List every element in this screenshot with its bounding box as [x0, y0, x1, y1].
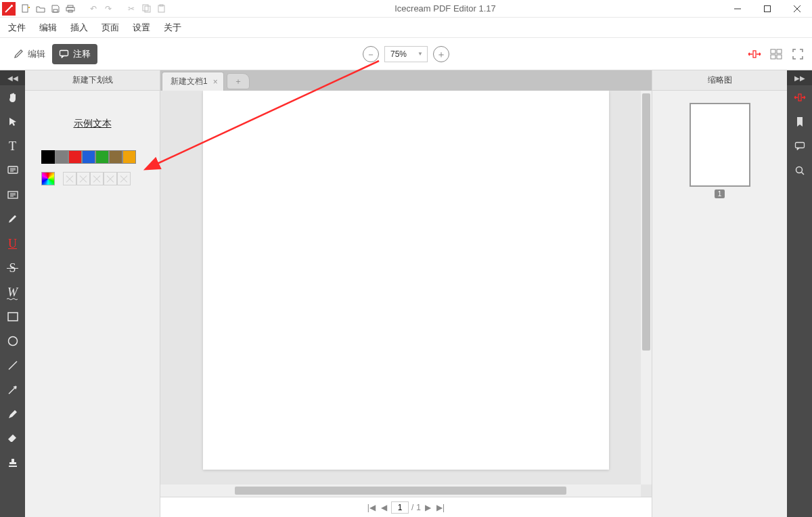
pencil-tool[interactable]: [0, 402, 25, 426]
prev-page-button[interactable]: ◀: [380, 503, 388, 512]
textbox-tool[interactable]: [0, 183, 25, 207]
title-bar: ↶ ↷ ✂ Icecream PDF Editor 1.17: [0, 0, 812, 18]
color-swatch[interactable]: [109, 150, 122, 164]
select-tool[interactable]: [0, 110, 25, 134]
copy-icon[interactable]: [139, 2, 153, 16]
bookmarks-tab[interactable]: [787, 110, 812, 134]
left-tool-rail: ◀◀ T U S W: [0, 70, 25, 517]
open-icon[interactable]: [34, 2, 47, 16]
note-tool[interactable]: [0, 158, 25, 183]
hand-tool[interactable]: [0, 85, 25, 110]
svg-line-35: [801, 173, 804, 175]
maximize-button[interactable]: [752, 0, 782, 18]
annotate-mode-button[interactable]: 注释: [52, 44, 97, 64]
new-tab-button[interactable]: ＋: [227, 73, 250, 89]
empty-color-slot[interactable]: [104, 172, 117, 185]
undo-icon[interactable]: ↶: [87, 2, 100, 16]
document-tab[interactable]: 新建文档1 ×: [162, 72, 224, 91]
print-icon[interactable]: [64, 2, 77, 16]
zoom-in-button[interactable]: ＋: [433, 46, 449, 62]
collapse-right-panel-button[interactable]: ▶▶: [787, 70, 812, 85]
menu-insert[interactable]: 插入: [68, 19, 91, 37]
menu-edit[interactable]: 编辑: [37, 19, 60, 37]
fit-width-icon[interactable]: [747, 47, 762, 62]
collapse-left-panel-button[interactable]: ◀◀: [0, 70, 25, 85]
right-rail: ▶▶: [787, 70, 812, 517]
grid-view-icon[interactable]: [769, 47, 784, 62]
search-tab[interactable]: [787, 158, 812, 183]
last-page-button[interactable]: ▶|: [435, 503, 446, 512]
rectangle-tool[interactable]: [0, 305, 25, 329]
eraser-tool[interactable]: [0, 426, 25, 451]
color-swatch[interactable]: [68, 150, 82, 164]
quick-access-toolbar: ↶ ↷ ✂: [19, 2, 168, 16]
color-swatch[interactable]: [122, 150, 136, 164]
empty-color-slot[interactable]: [76, 172, 90, 185]
empty-color-slot[interactable]: [90, 172, 104, 185]
menu-settings[interactable]: 设置: [130, 19, 153, 37]
color-picker-button[interactable]: [41, 172, 55, 185]
horizontal-scrollbar[interactable]: [160, 485, 641, 497]
color-swatch[interactable]: [55, 150, 68, 164]
zoom-value: 75%: [390, 49, 407, 59]
cut-icon[interactable]: ✂: [125, 2, 138, 16]
thumbnails-tab[interactable]: [787, 85, 812, 110]
svg-rect-33: [795, 143, 804, 148]
zoom-select[interactable]: 75% ▼: [384, 46, 428, 62]
arrow-tool[interactable]: [0, 378, 25, 402]
redo-icon[interactable]: ↷: [102, 2, 115, 16]
first-page-button[interactable]: |◀: [366, 503, 377, 512]
color-swatch[interactable]: [41, 150, 55, 164]
empty-color-slot[interactable]: [117, 172, 131, 185]
document-viewport[interactable]: [160, 91, 652, 497]
recent-colors: [63, 172, 131, 185]
main-area: ◀◀ T U S W 新建下划线 示例文本: [0, 70, 812, 517]
color-swatch-row: [41, 150, 160, 164]
stamp-tool[interactable]: [0, 451, 25, 475]
svg-rect-6: [145, 6, 150, 12]
left-panel-title: 新建下划线: [25, 70, 160, 91]
vertical-scrollbar[interactable]: [641, 91, 652, 485]
svg-line-30: [9, 386, 16, 394]
save-icon[interactable]: [49, 2, 62, 16]
fullscreen-icon[interactable]: [790, 47, 805, 62]
highlight-tool[interactable]: [0, 207, 25, 231]
close-tab-icon[interactable]: ×: [213, 77, 218, 87]
new-icon[interactable]: [19, 2, 32, 16]
strikethrough-tool[interactable]: S: [0, 256, 25, 280]
minimize-button[interactable]: [723, 0, 752, 18]
close-button[interactable]: [782, 0, 812, 18]
color-swatch[interactable]: [82, 150, 95, 164]
pencil-icon: [14, 49, 24, 59]
document-area: 新建文档1 × ＋ |◀ ◀ / 1 ▶ ▶|: [160, 70, 652, 517]
page-number-input[interactable]: [391, 501, 409, 514]
zoom-out-button[interactable]: －: [363, 46, 379, 62]
squiggly-tool[interactable]: W: [0, 280, 25, 305]
line-tool[interactable]: [0, 353, 25, 378]
svg-point-34: [796, 167, 802, 173]
svg-rect-10: [765, 5, 771, 12]
svg-line-29: [9, 361, 17, 369]
edit-mode-button[interactable]: 编辑: [7, 44, 52, 64]
document-page[interactable]: [203, 91, 609, 470]
next-page-button[interactable]: ▶: [424, 503, 432, 512]
menu-page[interactable]: 页面: [99, 19, 122, 37]
chevron-down-icon: ▼: [418, 51, 423, 57]
menu-about[interactable]: 关于: [161, 19, 184, 37]
svg-rect-18: [777, 55, 782, 59]
page-thumbnail[interactable]: [690, 103, 750, 187]
svg-rect-16: [777, 49, 782, 53]
page-total: 1: [416, 503, 421, 512]
text-tool[interactable]: T: [0, 134, 25, 158]
circle-tool[interactable]: [0, 329, 25, 353]
color-swatch[interactable]: [95, 150, 109, 164]
menu-file[interactable]: 文件: [5, 19, 28, 37]
comments-tab[interactable]: [787, 134, 812, 158]
annotate-mode-label: 注释: [73, 48, 91, 60]
window-controls: [723, 0, 812, 18]
document-tab-label: 新建文档1: [171, 76, 208, 87]
empty-color-slot[interactable]: [63, 172, 76, 185]
paste-icon[interactable]: [154, 2, 168, 16]
underline-tool[interactable]: U: [0, 231, 25, 256]
menu-bar: 文件 编辑 插入 页面 设置 关于: [0, 18, 812, 38]
